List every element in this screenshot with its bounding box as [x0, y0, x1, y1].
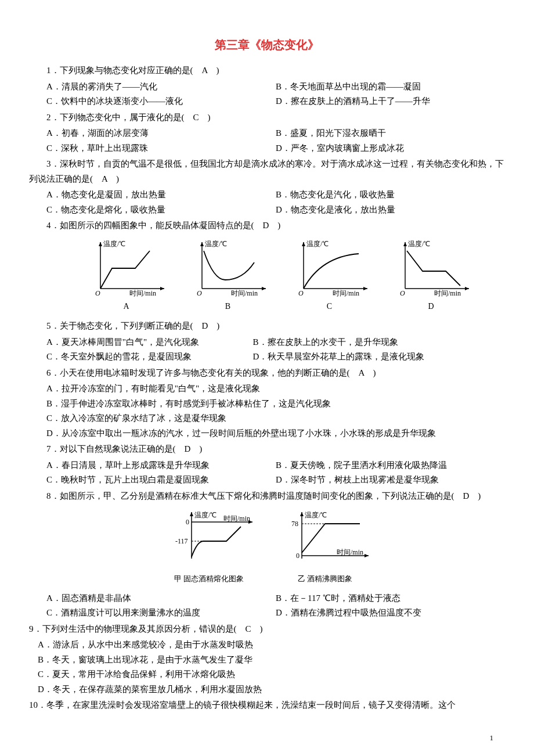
q3-options: A．物态变化是凝固，放出热量 B．物态变化是汽化，吸收热量 C．物态变化是熔化，…	[46, 188, 505, 217]
q1-B: B．冬天地面草丛中出现的霜——凝固	[276, 80, 505, 95]
svg-marker-15	[363, 287, 367, 290]
graph-C-svg: 温度/℃ O 时间/min	[289, 239, 370, 297]
page-number: 1	[490, 732, 494, 737]
svg-marker-17	[302, 242, 305, 246]
q8-caption-jia: 甲 固态酒精熔化图象	[163, 573, 255, 585]
svg-text:温度/℃: 温度/℃	[194, 511, 217, 519]
q9-C: C．夏天，常用干冰给食品保鲜，利用干冰熔化吸热	[38, 667, 505, 682]
q8-graph-jia: 温度/℃ 0 -117 时间/min 甲 固态酒精熔化图象	[163, 509, 255, 585]
q3-C: C．物态变化是熔化，吸收热量	[46, 203, 276, 218]
svg-text:-117: -117	[175, 537, 188, 545]
q7-B: B．夏天傍晚，院子里洒水利用液化吸热降温	[276, 458, 505, 473]
q4-label-D: D	[391, 300, 472, 314]
q4-stem: 4．如图所示的四幅图象中，能反映晶体凝固特点的是( D )	[29, 218, 505, 233]
q5-options: A．夏天冰棒周围冒"白气"，是汽化现象 B．擦在皮肤上的水变干，是升华现象 C．…	[46, 335, 505, 365]
q8-C: C．酒精温度计可以用来测量沸水的温度	[46, 606, 276, 621]
graph-A-svg: 温度/℃ O 时间/min	[86, 239, 167, 297]
q2-options: A．初春，湖面的冰层变薄 B．盛夏，阳光下湿衣服晒干 C．深秋，草叶上出现露珠 …	[46, 126, 505, 156]
q1-stem: 1．下列现象与物态变化对应正确的是( A )	[29, 63, 505, 78]
chapter-title: 第三章《物态变化》	[29, 35, 505, 55]
svg-marker-31	[190, 512, 193, 516]
graph-D-svg: 温度/℃ O 时间/min	[391, 239, 472, 297]
q4-label-C: C	[289, 300, 370, 314]
svg-marker-24	[403, 242, 407, 246]
q3-D: D．物态变化是液化，放出热量	[276, 203, 505, 218]
q9-D: D．冬天，在保存蔬菜的菜窖里放几桶水，利用水凝固放热	[38, 682, 505, 697]
svg-text:温度/℃: 温度/℃	[205, 240, 227, 248]
q6-stem: 6．小天在使用电冰箱时发现了许多与物态变化有关的现象，他的判断正确的是( A )	[29, 366, 505, 381]
q8-B: B．在－117 ℃时，酒精处于液态	[276, 591, 505, 606]
q7-stem: 7．对以下自然现象说法正确的是( D )	[29, 442, 505, 457]
q6-C: C．放入冷冻室的矿泉水结了冰，这是凝华现象	[46, 411, 505, 426]
q6-B: B．湿手伸进冷冻室取冰棒时，有时感觉到手被冰棒粘住了，这是汽化现象	[46, 397, 505, 412]
q7-C: C．晚秋时节，瓦片上出现白霜是凝固现象	[46, 473, 276, 488]
q7-D: D．深冬时节，树枝上出现雾凇是凝华现象	[276, 473, 505, 488]
graph-B-svg: 温度/℃ O 时间/min	[187, 239, 269, 297]
q1-A: A．清晨的雾消失了——汽化	[46, 80, 276, 95]
q1-D: D．擦在皮肤上的酒精马上干了——升华	[276, 94, 505, 109]
q8-A: A．固态酒精是非晶体	[46, 591, 276, 606]
svg-text:0: 0	[186, 518, 189, 526]
q3-stem: 3．深秋时节，自贡的气温不是很低，但我国北方却是滴水成冰的寒冷。对于滴水成冰这一…	[29, 157, 505, 186]
svg-text:O: O	[95, 289, 100, 297]
svg-text:温度/℃: 温度/℃	[408, 240, 430, 248]
q8-stem: 8．如图所示，甲、乙分别是酒精在标准大气压下熔化和沸腾时温度随时间变化的图象，下…	[29, 489, 505, 504]
q5-B: B．擦在皮肤上的水变干，是升华现象	[253, 335, 506, 350]
q1-options: A．清晨的雾消失了——汽化 B．冬天地面草丛中出现的霜——凝固 C．饮料中的冰块…	[46, 80, 505, 109]
q5-stem: 5．关于物态变化，下列判断正确的是( D )	[29, 319, 505, 334]
q1-C: C．饮料中的冰块逐渐变小——液化	[46, 94, 276, 109]
svg-text:温度/℃: 温度/℃	[103, 240, 125, 248]
q2-C: C．深秋，草叶上出现露珠	[46, 141, 276, 156]
q4-graphs: 温度/℃ O 时间/min A 温度/℃ O 时间/min B 温度/℃ O	[75, 239, 482, 314]
svg-text:时间/min: 时间/min	[337, 548, 363, 556]
svg-text:O: O	[400, 289, 405, 297]
q4-graph-C: 温度/℃ O 时间/min C	[289, 239, 370, 314]
q8-options: A．固态酒精是非晶体 B．在－117 ℃时，酒精处于液态 C．酒精温度计可以用来…	[46, 591, 505, 621]
q7-A: A．春日清晨，草叶上形成露珠是升华现象	[46, 458, 276, 473]
q3-B: B．物态变化是汽化，吸收热量	[276, 188, 505, 203]
q8-graphs: 温度/℃ 0 -117 时间/min 甲 固态酒精熔化图象 温度/℃ 78 0 …	[29, 509, 505, 585]
q10-stem: 10．冬季，在家里洗澡时会发现浴室墙壁上的镜子很快模糊起来，洗澡结束一段时间后，…	[29, 698, 505, 713]
q4-label-A: A	[86, 300, 167, 314]
q6-D: D．从冷冻室中取出一瓶冰冻的汽水，过一段时间后瓶的外壁出现了小水珠，小水珠的形成…	[46, 426, 505, 441]
graph-jia-svg: 温度/℃ 0 -117 时间/min	[163, 509, 255, 567]
svg-marker-10	[200, 242, 204, 246]
q5-A: A．夏天冰棒周围冒"白气"，是汽化现象	[46, 335, 253, 350]
q5-C: C．冬天室外飘起的雪花，是凝固现象	[46, 350, 253, 365]
svg-text:时间/min: 时间/min	[333, 289, 359, 297]
q4-graph-A: 温度/℃ O 时间/min A	[86, 239, 167, 314]
q7-options: A．春日清晨，草叶上形成露珠是升华现象 B．夏天傍晚，院子里洒水利用液化吸热降温…	[46, 458, 505, 488]
svg-text:温度/℃: 温度/℃	[305, 511, 327, 519]
svg-text:时间/min: 时间/min	[231, 289, 258, 297]
q5-D: D．秋天早晨室外花草上的露珠，是液化现象	[253, 350, 506, 365]
q9-A: A．游泳后，从水中出来感觉较冷，是由于水蒸发时吸热	[38, 638, 505, 653]
q2-A: A．初春，湖面的冰层变薄	[46, 126, 276, 141]
svg-text:温度/℃: 温度/℃	[306, 240, 329, 248]
q8-D: D．酒精在沸腾过程中吸热但温度不变	[276, 606, 505, 621]
q2-B: B．盛夏，阳光下湿衣服晒干	[276, 126, 505, 141]
svg-marker-22	[465, 287, 469, 290]
svg-marker-8	[262, 287, 266, 290]
svg-marker-40	[300, 512, 304, 516]
q3-A: A．物态变化是凝固，放出热量	[46, 188, 276, 203]
q4-graph-B: 温度/℃ O 时间/min B	[187, 239, 269, 314]
graph-yi-svg: 温度/℃ 78 0 时间/min	[279, 509, 371, 567]
svg-text:时间/min: 时间/min	[129, 289, 156, 297]
svg-text:0: 0	[296, 552, 300, 560]
svg-text:78: 78	[291, 520, 298, 528]
q9-B: B．冬天，窗玻璃上出现冰花，是由于水蒸气发生了凝华	[38, 653, 505, 668]
q9-options: A．游泳后，从水中出来感觉较冷，是由于水蒸发时吸热 B．冬天，窗玻璃上出现冰花，…	[38, 638, 505, 697]
q2-D: D．严冬，室内玻璃窗上形成冰花	[276, 141, 505, 156]
q9-stem: 9．下列对生活中的物理现象及其原因分析，错误的是( C )	[29, 622, 505, 637]
svg-text:时间/min: 时间/min	[223, 514, 250, 523]
q4-graph-D: 温度/℃ O 时间/min D	[391, 239, 472, 314]
q6-options: A．拉开冷冻室的门，有时能看见"白气"，这是液化现象 B．湿手伸进冷冻室取冰棒时…	[46, 381, 505, 441]
svg-text:时间/min: 时间/min	[434, 289, 461, 297]
q8-caption-yi: 乙 酒精沸腾图象	[279, 573, 371, 585]
svg-marker-3	[99, 242, 102, 246]
q4-label-B: B	[187, 300, 269, 314]
svg-text:O: O	[197, 289, 202, 297]
q2-stem: 2．下列物态变化中，属于液化的是( C )	[29, 110, 505, 125]
q8-graph-yi: 温度/℃ 78 0 时间/min 乙 酒精沸腾图象	[279, 509, 371, 585]
svg-text:O: O	[298, 289, 304, 297]
